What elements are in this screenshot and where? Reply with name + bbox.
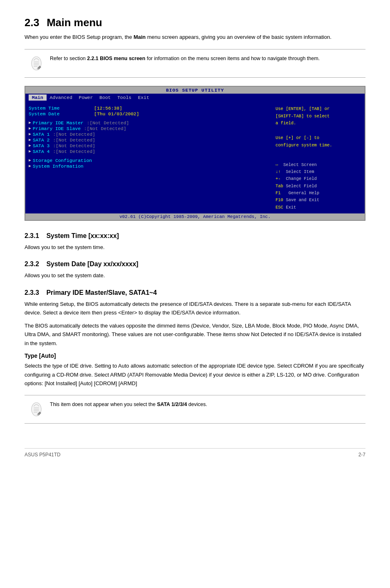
key-hint-arrows: ↔ Select Screen	[276, 162, 361, 168]
bios-menu-advanced[interactable]: Advanced	[47, 94, 76, 101]
bios-item-sata3[interactable]: ► SATA 3 :[Not Detected]	[29, 143, 271, 148]
sub-heading-233: 2.3.3 Primary IDE Master/Slave, SATA1~4	[25, 289, 365, 296]
arrow-icon: ►	[29, 132, 31, 137]
key-hint-tab: Tab Select Field	[276, 183, 361, 190]
arrow-icon: ►	[29, 158, 31, 163]
sub-heading-231: 2.3.1 System Time [xx:xx:xx]	[25, 232, 365, 240]
bios-menu-power[interactable]: Power	[76, 94, 96, 101]
bios-menu-bar: Main Advanced Power Boot Tools Exit	[25, 94, 365, 101]
key-hint-pm: +- Change Field	[276, 175, 361, 182]
key-hint-ud: ↓↑ Select Item	[276, 168, 361, 175]
type-auto-heading: Type [Auto]	[25, 352, 365, 359]
key-hint-esc: ESC Exit	[276, 204, 361, 211]
note-text-1: Refer to section 2.2.1 BIOS menu screen …	[50, 54, 320, 63]
bios-screenshot: BIOS SETUP UTILITY Main Advanced Power B…	[25, 86, 365, 221]
arrow-icon: ►	[29, 144, 31, 148]
sub-para1-233: While entering Setup, the BIOS automatic…	[25, 300, 365, 317]
sub-number-231: 2.3.1	[25, 232, 39, 239]
note-icon-1	[29, 54, 44, 72]
bios-label-sata2: SATA 2	[33, 137, 49, 143]
section-number: 2.3	[25, 16, 39, 29]
bios-hint-top: Use [ENTER], [TAB] or [SHIFT-TAB] to sel…	[276, 105, 361, 149]
bios-system-time-value: [12:56:38]	[94, 105, 122, 111]
bios-system-time-label: System Time	[29, 105, 94, 111]
bios-value-primary-ide-slave: :[Not Detected]	[84, 126, 126, 131]
bios-item-storage-config[interactable]: ► Storage Configuration	[29, 158, 271, 163]
type-auto-text: Selects the type of IDE drive. Setting t…	[25, 361, 365, 388]
bios-label-sata3: SATA 3	[33, 143, 49, 148]
bios-body: System Time [12:56:38] System Date [Thu …	[25, 101, 365, 213]
bios-label-primary-ide-master: Primary IDE Master	[33, 120, 83, 126]
bios-system-date-label: System Date	[29, 111, 94, 117]
note-icon-2	[29, 400, 44, 418]
sub-text-231: Allows you to set the system time.	[25, 243, 365, 251]
arrow-icon: ►	[29, 121, 31, 125]
bios-menu-tools[interactable]: Tools	[114, 94, 135, 101]
bios-hint-keys: ↔ Select Screen ↓↑ Select Item +- Change…	[276, 162, 361, 211]
section-heading: 2.3 Main menu	[25, 16, 365, 29]
sub-title-231: System Time [xx:xx:xx]	[46, 232, 119, 239]
bios-left-panel: System Time [12:56:38] System Date [Thu …	[29, 105, 276, 211]
bios-label-sata4: SATA 4	[33, 149, 49, 154]
footer-left: ASUS P5P41TD	[25, 452, 61, 458]
sub-number-232: 2.3.2	[25, 260, 39, 267]
section-title-text: Main menu	[47, 16, 102, 29]
bios-right-panel: Use [ENTER], [TAB] or [SHIFT-TAB] to sel…	[276, 105, 361, 211]
pencil-icon-2	[29, 401, 43, 417]
bios-item-sata1[interactable]: ► SATA 1 :[Not Detected]	[29, 132, 271, 137]
bios-item-system-info[interactable]: ► System Information	[29, 164, 271, 169]
bios-label-primary-ide-slave: Primary IDE Slave	[33, 126, 81, 131]
key-lr: ↔	[276, 162, 278, 167]
bios-menu-boot[interactable]: Boot	[96, 94, 114, 101]
bios-label-storage-config: Storage Configuration	[33, 158, 92, 163]
bios-menu-exit[interactable]: Exit	[134, 94, 152, 101]
key-hint-f1: F1 General Help	[276, 190, 361, 197]
bios-value-sata4: :[Not Detected]	[53, 149, 95, 154]
arrow-icon: ►	[29, 149, 31, 154]
sub-heading-232: 2.3.2 System Date [Day xx/xx/xxxx]	[25, 260, 365, 268]
note-bold-ref: 2.2.1 BIOS menu screen	[87, 56, 145, 61]
note2-bold: SATA 1/2/3/4	[157, 402, 187, 407]
page-footer: ASUS P5P41TD 2-7	[25, 448, 365, 458]
arrow-icon: ►	[29, 138, 31, 142]
section-title: 2.3 Main menu	[25, 16, 102, 29]
bios-menu-main[interactable]: Main	[29, 94, 47, 101]
key-esc: ESC	[276, 205, 283, 210]
bios-system-date-value: [Thu 01/03/2002]	[94, 111, 139, 117]
intro-paragraph: When you enter the BIOS Setup program, t…	[25, 33, 365, 42]
sub-para2-233: The BIOS automatically detects the value…	[25, 321, 365, 348]
bios-row-date: System Date [Thu 01/03/2002]	[29, 111, 271, 117]
bios-value-sata1: :[Not Detected]	[53, 132, 95, 137]
key-f1: F1	[276, 191, 281, 195]
sub-text-232: Allows you to set the system date.	[25, 271, 365, 280]
note-text-2: This item does not appear when you selec…	[50, 400, 207, 408]
key-ud: ↓↑	[276, 169, 281, 174]
sub-number-233: 2.3.3	[25, 289, 39, 296]
bios-item-primary-ide-slave[interactable]: ► Primary IDE Slave :[Not Detected]	[29, 126, 271, 131]
note-box-1: Refer to section 2.2.1 BIOS menu screen …	[25, 49, 365, 78]
footer-right: 2-7	[359, 452, 365, 458]
bios-item-sata2[interactable]: ► SATA 2 :[Not Detected]	[29, 137, 271, 143]
bios-label-system-info: System Information	[33, 164, 83, 169]
bios-title-bar: BIOS SETUP UTILITY	[25, 87, 365, 94]
key-hint-f10: F10 Save and Exit	[276, 197, 361, 204]
sub-title-233: Primary IDE Master/Slave, SATA1~4	[46, 289, 157, 296]
bios-row-time: System Time [12:56:38]	[29, 105, 271, 111]
bios-value-sata3: :[Not Detected]	[53, 143, 95, 148]
bios-item-primary-ide-master[interactable]: ► Primary IDE Master :[Not Detected]	[29, 120, 271, 126]
key-tab: Tab	[276, 184, 283, 189]
bios-value-primary-ide-master: :[Not Detected]	[87, 120, 129, 126]
key-pm: +-	[276, 176, 281, 181]
arrow-icon: ►	[29, 126, 31, 131]
bios-footer: v02.61 (C)Copyright 1985-2009, American …	[25, 213, 365, 220]
bios-item-sata4[interactable]: ► SATA 4 :[Not Detected]	[29, 149, 271, 154]
pencil-icon	[29, 55, 43, 72]
arrow-icon: ►	[29, 164, 31, 168]
key-f10: F10	[276, 197, 283, 202]
bios-value-sata2: :[Not Detected]	[53, 137, 95, 143]
sub-title-232: System Date [Day xx/xx/xxxx]	[46, 260, 138, 267]
bios-label-sata1: SATA 1	[33, 132, 49, 137]
note-box-2: This item does not appear when you selec…	[25, 395, 365, 424]
